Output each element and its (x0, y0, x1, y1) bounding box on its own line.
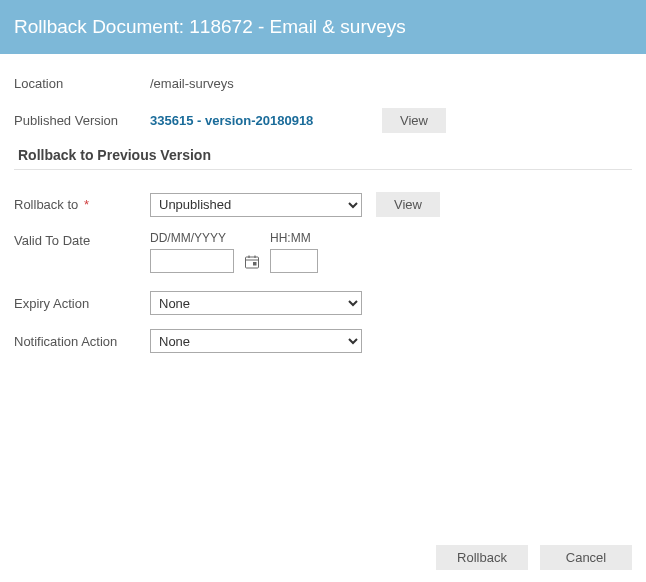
time-column: HH:MM (270, 231, 318, 273)
label-rollback-to-text: Rollback to (14, 197, 78, 212)
published-version-link[interactable]: 335615 - version-20180918 (150, 113, 313, 128)
rollback-to-controls: Unpublished View (150, 192, 632, 217)
section-title: Rollback to Previous Version (18, 147, 632, 163)
date-column: DD/MM/YYYY (150, 231, 234, 273)
calendar-icon[interactable] (244, 254, 260, 270)
label-notification-action: Notification Action (14, 334, 150, 349)
svg-rect-0 (246, 257, 259, 268)
row-published-version: Published Version 335615 - version-20180… (14, 108, 632, 133)
rollback-button[interactable]: Rollback (436, 545, 528, 570)
label-rollback-to: Rollback to * (14, 197, 150, 212)
view-rollback-button[interactable]: View (376, 192, 440, 217)
notification-action-controls: None (150, 329, 632, 353)
label-location: Location (14, 76, 150, 91)
view-published-button[interactable]: View (382, 108, 446, 133)
row-notification-action: Notification Action None (14, 329, 632, 353)
expiry-action-controls: None (150, 291, 632, 315)
required-asterisk: * (84, 197, 89, 212)
svg-rect-4 (253, 262, 257, 266)
expiry-action-select[interactable]: None (150, 291, 362, 315)
dialog-body: Location /email-surveys Published Versio… (0, 54, 646, 377)
row-rollback-to: Rollback to * Unpublished View (14, 192, 632, 217)
notification-action-select[interactable]: None (150, 329, 362, 353)
row-expiry-action: Expiry Action None (14, 291, 632, 315)
rollback-to-select[interactable]: Unpublished (150, 193, 362, 217)
value-location-wrap: /email-surveys (150, 76, 632, 91)
label-valid-to-date: Valid To Date (14, 231, 150, 248)
time-sublabel: HH:MM (270, 231, 318, 245)
dialog-title: Rollback Document: 118672 - Email & surv… (14, 16, 406, 37)
label-published-version: Published Version (14, 113, 150, 128)
date-time-row: DD/MM/YYYY HH:MM (150, 231, 318, 273)
location-text: /email-surveys (150, 76, 234, 91)
time-input[interactable] (270, 249, 318, 273)
row-valid-to-date: Valid To Date DD/MM/YYYY (14, 231, 632, 273)
date-sublabel: DD/MM/YYYY (150, 231, 234, 245)
valid-to-date-controls: DD/MM/YYYY HH:MM (150, 231, 632, 273)
label-expiry-action: Expiry Action (14, 296, 150, 311)
date-input[interactable] (150, 249, 234, 273)
dialog-footer: Rollback Cancel (0, 545, 646, 570)
cancel-button[interactable]: Cancel (540, 545, 632, 570)
section-divider (14, 169, 632, 170)
dialog-header: Rollback Document: 118672 - Email & surv… (0, 0, 646, 54)
row-location: Location /email-surveys (14, 72, 632, 94)
value-published-version-wrap: 335615 - version-20180918 View (150, 108, 632, 133)
